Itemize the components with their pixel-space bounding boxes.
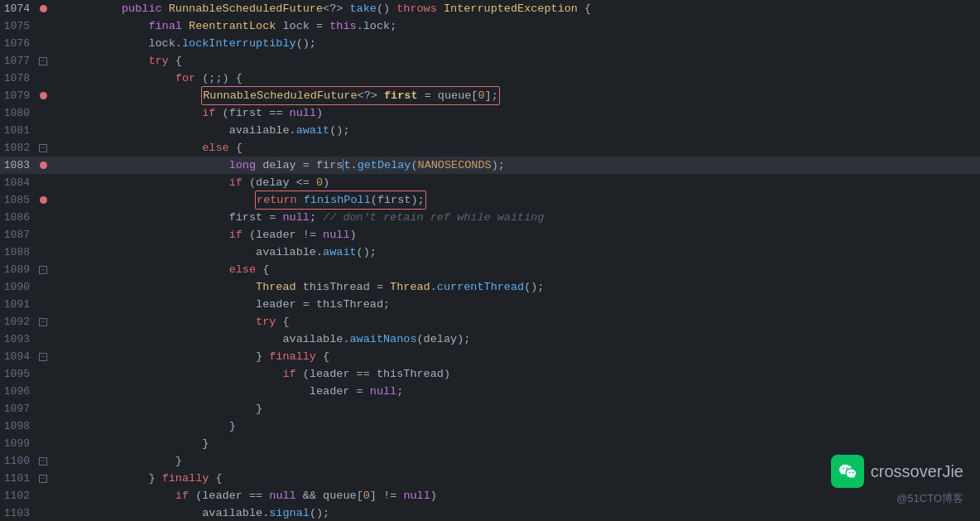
line-number: 1102: [0, 487, 35, 504]
gutter-1100: −: [35, 457, 51, 466]
gutter-1101: −: [35, 475, 51, 483]
breakpoint-dot: [40, 162, 47, 169]
line-number: 1083: [0, 157, 35, 174]
gutter-1082: −: [35, 144, 51, 152]
gutter-1077: −: [35, 57, 51, 65]
line-number: 1100: [0, 452, 35, 470]
line-number: 1091: [0, 296, 35, 313]
line-number: 1103: [0, 504, 35, 521]
gutter-1085: [35, 196, 51, 204]
line-number: 1093: [0, 330, 35, 348]
watermark-sub: @51CTO博客: [896, 491, 963, 506]
code-content: lock.unlock();: [51, 504, 269, 521]
fold-marker[interactable]: −: [39, 144, 47, 152]
code-lines: 1074 public RunnableScheduledFuture<?> t…: [0, 0, 980, 521]
gutter-1094: −: [35, 353, 51, 361]
line-number: 1090: [0, 278, 35, 296]
breakpoint-dot: [40, 92, 47, 99]
line-number: 1092: [0, 313, 35, 330]
line-number: 1077: [0, 52, 35, 70]
breakpoint-dot: [40, 196, 47, 204]
line-number: 1097: [0, 400, 35, 417]
line-number: 1080: [0, 104, 35, 122]
line-number: 1094: [0, 348, 35, 365]
line-number: 1098: [0, 417, 35, 435]
brand-name: crossoverJie: [871, 462, 963, 481]
line-number: 1101: [0, 470, 35, 487]
gutter-1083: [35, 162, 51, 169]
line-number: 1074: [0, 0, 35, 17]
fold-marker[interactable]: −: [39, 353, 47, 361]
line-number: 1096: [0, 383, 35, 400]
gutter-1074: [35, 5, 51, 12]
line-number: 1079: [0, 87, 35, 104]
line-number: 1086: [0, 209, 35, 226]
code-editor: 1074 public RunnableScheduledFuture<?> t…: [0, 0, 980, 521]
gutter-1079: [35, 92, 51, 99]
fold-marker[interactable]: −: [39, 475, 47, 483]
line-number: 1078: [0, 70, 35, 87]
line-number: 1085: [0, 191, 35, 209]
line-number: 1084: [0, 174, 35, 191]
line-number: 1087: [0, 226, 35, 244]
fold-marker[interactable]: −: [39, 57, 47, 65]
line-number: 1099: [0, 435, 35, 452]
line-number: 1088: [0, 244, 35, 261]
watermark: crossoverJie: [831, 455, 963, 488]
gutter-1092: −: [35, 318, 51, 326]
fold-marker[interactable]: −: [39, 266, 47, 274]
line-number: 1082: [0, 139, 35, 157]
fold-marker[interactable]: −: [39, 457, 47, 466]
line-number: 1075: [0, 17, 35, 35]
wechat-icon: [831, 455, 864, 488]
line-number: 1076: [0, 35, 35, 52]
line-number: 1095: [0, 365, 35, 383]
line-number: 1081: [0, 122, 35, 139]
line-number: 1089: [0, 261, 35, 278]
breakpoint-dot: [40, 5, 47, 12]
gutter-1089: −: [35, 266, 51, 274]
fold-marker[interactable]: −: [39, 318, 47, 326]
